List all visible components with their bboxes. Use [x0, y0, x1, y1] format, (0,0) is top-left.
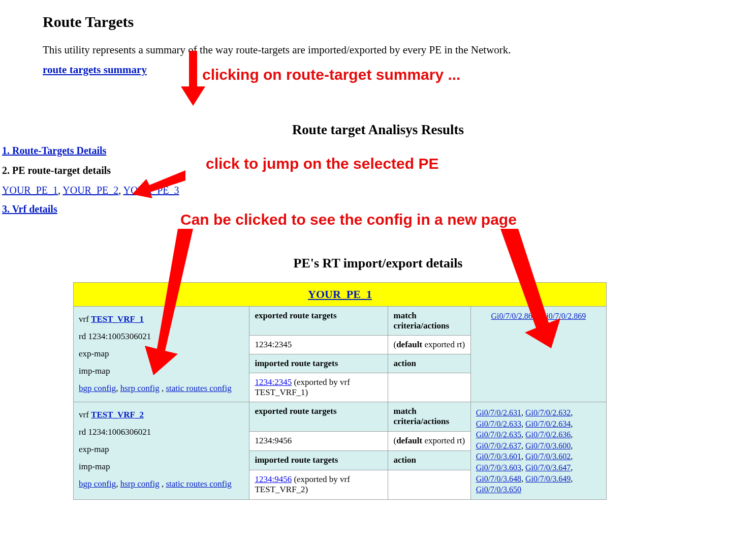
- vrf-imp-map: imp-map: [79, 462, 110, 471]
- bgp-config-link[interactable]: bgp config: [79, 383, 116, 393]
- hsrp-config-link[interactable]: hsrp config: [120, 479, 160, 489]
- hsrp-config-link[interactable]: hsrp config: [120, 383, 160, 393]
- col-imported-rt: imported route targets: [249, 354, 388, 373]
- col-match-criteria: match criteria/actions: [388, 307, 470, 336]
- section-pe-route-target-details: 2. PE route-target details: [2, 165, 756, 176]
- interface-link[interactable]: Gi0/7/0/2.635: [476, 430, 521, 439]
- col-exported-rt: exported route targets: [249, 402, 388, 432]
- imported-rt-link[interactable]: 1234:2345: [255, 377, 292, 387]
- exported-rt-value: 1234:9456: [249, 432, 388, 451]
- vrf-rd: rd 1234:1005306021: [79, 332, 151, 341]
- static-routes-config-link[interactable]: static routes config: [166, 479, 231, 489]
- exported-rt-value: 1234:2345: [249, 336, 388, 354]
- col-action: action: [388, 450, 470, 470]
- vrf-name-link[interactable]: TEST_VRF_2: [91, 410, 144, 419]
- interface-links-cell: Gi0/7/0/2.631, Gi0/7/0/2.632, Gi0/7/0/2.…: [470, 402, 606, 500]
- vrf-name-link[interactable]: TEST_VRF_1: [91, 314, 144, 324]
- col-action: action: [388, 354, 470, 373]
- pe-link-list: YOUR_PE_1, YOUR_PE_2, YOUR_PE_3: [2, 185, 756, 196]
- action-cell: [388, 470, 470, 499]
- analysis-heading: Route target Analisys Results: [0, 122, 756, 138]
- section-vrf-details[interactable]: 3. Vrf details: [2, 203, 756, 215]
- interface-link[interactable]: Gi0/7/0/2.631: [476, 408, 521, 417]
- col-exported-rt: exported route targets: [249, 307, 388, 336]
- interface-link[interactable]: Gi0/7/0/2.634: [525, 419, 571, 428]
- default-exported-rt: (default exported rt): [388, 432, 470, 451]
- static-routes-config-link[interactable]: static routes config: [166, 383, 231, 393]
- pe-rt-table: YOUR_PE_1 vrf TEST_VRF_1 rd 1234:1005306…: [73, 282, 607, 500]
- pe-link-3[interactable]: YOUR_PE_3: [123, 185, 179, 196]
- interface-link[interactable]: Gi0/7/0/3.602: [525, 452, 571, 461]
- vrf-rd: rd 1234:1006306021: [79, 427, 151, 437]
- action-cell: [388, 373, 470, 402]
- interface-link[interactable]: Gi0/7/0/3.648: [476, 474, 521, 483]
- imported-rt-cell: 1234:9456 (exported by vrf TEST_VRF_2): [249, 470, 388, 499]
- interface-link[interactable]: Gi0/7/0/3.649: [525, 474, 571, 483]
- interface-link[interactable]: Gi0/7/0/3.601: [476, 452, 521, 461]
- imported-rt-link[interactable]: 1234:9456: [255, 474, 292, 484]
- interface-link[interactable]: Gi0/7/0/2.868: [491, 312, 536, 320]
- col-match-criteria: match criteria/actions: [388, 402, 470, 432]
- vrf-exp-map: exp-map: [79, 444, 109, 454]
- vrf-imp-map: imp-map: [79, 366, 110, 376]
- vrf-exp-map: exp-map: [79, 349, 109, 358]
- interface-link[interactable]: Gi0/7/0/3.600: [525, 441, 571, 450]
- interface-link[interactable]: Gi0/7/0/3.647: [525, 463, 571, 472]
- imported-rt-cell: 1234:2345 (exported by vrf TEST_VRF_1): [249, 373, 388, 402]
- interface-link[interactable]: Gi0/7/0/2.633: [476, 419, 521, 428]
- interface-link[interactable]: Gi0/7/0/2.632: [525, 408, 571, 417]
- interface-link[interactable]: Gi0/7/0/2.869: [541, 312, 586, 320]
- vrf-info-cell: vrf TEST_VRF_2 rd 1234:1006306021 exp-ma…: [74, 402, 249, 500]
- col-imported-rt: imported route targets: [249, 450, 388, 470]
- interface-link[interactable]: Gi0/7/0/3.603: [476, 463, 521, 472]
- intro-text: This utility represents a summary of the…: [43, 44, 736, 56]
- interface-links-cell: Gi0/7/0/2.868, Gi0/7/0/2.869: [470, 307, 606, 402]
- interface-link[interactable]: Gi0/7/0/2.637: [476, 441, 521, 450]
- pe-header-link[interactable]: YOUR_PE_1: [308, 288, 372, 300]
- pe-details-heading: PE's RT import/export details: [0, 256, 756, 271]
- interface-link[interactable]: Gi0/7/0/3.650: [476, 485, 521, 494]
- page-title: Route Targets: [43, 0, 736, 31]
- pe-link-1[interactable]: YOUR_PE_1: [2, 185, 58, 196]
- default-exported-rt: (default exported rt): [388, 336, 470, 354]
- section-route-targets-details[interactable]: 1. Route-Targets Details: [2, 145, 756, 157]
- route-targets-summary-link[interactable]: route targets summary: [43, 64, 147, 76]
- pe-link-2[interactable]: YOUR_PE_2: [62, 185, 118, 196]
- bgp-config-link[interactable]: bgp config: [79, 479, 116, 489]
- vrf-info-cell: vrf TEST_VRF_1 rd 1234:1005306021 exp-ma…: [74, 307, 249, 402]
- interface-link[interactable]: Gi0/7/0/2.636: [525, 430, 571, 439]
